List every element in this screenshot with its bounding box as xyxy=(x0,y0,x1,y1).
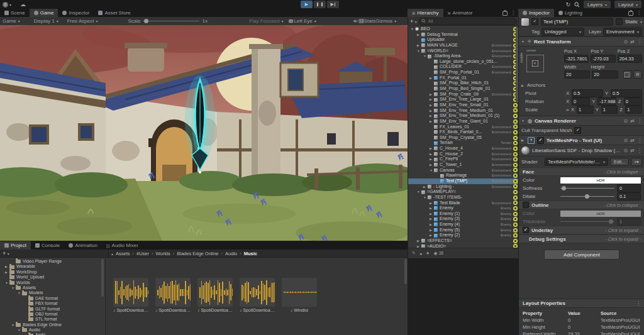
hierarchy-item[interactable]: SM_Prop_Crystal_05 xyxy=(408,135,519,141)
softness-value-field[interactable]: 0 xyxy=(617,184,641,192)
presets-icon[interactable]: ⇄ xyxy=(630,39,635,45)
hierarchy-item[interactable]: SM_Prop_Portal_01 Environment xyxy=(408,70,519,75)
visibility-badge-icon[interactable] xyxy=(513,152,518,157)
hierarchy-item[interactable]: Text (TMP) Environment xyxy=(408,178,519,184)
visibility-badge-icon[interactable] xyxy=(513,103,518,107)
foldout-arrow[interactable]: ▶ xyxy=(430,211,434,217)
visibility-badge-icon[interactable] xyxy=(513,146,518,151)
canvas-renderer-header[interactable]: ▼◎ Canvas Renderer ⊙⇄⋮ xyxy=(519,116,644,126)
hierarchy-item[interactable]: ▶ SM_Env_Tree_Medium_01 (1) xyxy=(408,113,519,119)
rotation-x-field[interactable]: 0 xyxy=(572,97,590,106)
face-section-header[interactable]: Face - Click to collapse - xyxy=(519,167,644,176)
game-menu-dropdown[interactable]: Game▾ xyxy=(3,18,20,24)
foldout-arrow[interactable]: ▶ xyxy=(430,119,434,124)
project-folder-row[interactable]: DAE format xyxy=(0,296,105,301)
foldout-arrow[interactable]: ▶ xyxy=(430,146,434,151)
rect-transform-header[interactable]: ▼⊹ Rect Transform ⊙⇄⋮ xyxy=(519,36,644,47)
help-icon[interactable]: ⊙ xyxy=(624,148,628,153)
visibility-badge-icon[interactable] xyxy=(513,168,518,172)
softness-slider[interactable] xyxy=(560,188,614,189)
foldout-arrow[interactable]: ▶ xyxy=(430,92,434,97)
hierarchy-item[interactable]: ▶ C_Tower_1 Environment xyxy=(408,162,519,168)
underlay-section-header[interactable]: ✓ Underlay - Click to expand - xyxy=(519,226,644,234)
foldout-arrow[interactable]: ▼ xyxy=(423,195,428,200)
underlay-checkbox[interactable]: ✓ xyxy=(523,227,529,233)
breadcrumb-segment[interactable]: Blades Edge Online xyxy=(177,251,225,256)
hierarchy-item[interactable]: ▼ BEO xyxy=(408,26,519,32)
hierarchy-item[interactable]: SM_Prop_Bed_Single_01 xyxy=(408,86,519,92)
hidden-objects-count[interactable]: ◉ 38 xyxy=(433,251,443,256)
gameobject-name-field[interactable] xyxy=(541,18,613,26)
create-asset-button[interactable]: + ▾ xyxy=(0,250,16,256)
scale-slider[interactable] xyxy=(143,21,199,21)
asset-scrollbar[interactable] xyxy=(404,259,407,284)
hierarchy-item[interactable]: Terrain Terrain xyxy=(408,140,519,146)
presets-icon[interactable]: ⇄ xyxy=(630,118,635,124)
hierarchy-item[interactable]: Uploader xyxy=(408,37,519,43)
pivot-y-field[interactable]: 0.5 xyxy=(611,89,642,97)
foldout-arrow[interactable]: ▶ xyxy=(5,264,9,269)
hierarchy-item[interactable]: ▶ Enemy (2) Enemy xyxy=(408,233,519,238)
project-folder-row[interactable]: World_Upload xyxy=(0,275,105,280)
project-folder-row[interactable]: Video Player Range xyxy=(0,259,105,264)
outline-thickness-slider[interactable] xyxy=(560,221,614,222)
active-checkbox[interactable]: ✓ xyxy=(531,18,538,25)
scale-x-field[interactable]: 1 xyxy=(577,106,594,114)
foldout-arrow[interactable]: ▼ xyxy=(11,285,16,290)
hierarchy-item[interactable]: ▶ FX_Portal_01 xyxy=(408,75,519,81)
star-icon[interactable]: ★ xyxy=(426,251,430,256)
anchors-foldout[interactable]: ▶ xyxy=(521,84,525,87)
pivot-x-field[interactable]: 0.5 xyxy=(572,89,603,97)
hierarchy-item[interactable]: ▼ Canvas Environment xyxy=(408,168,519,173)
foldout-arrow[interactable]: ▶ xyxy=(423,184,428,190)
visibility-badge-icon[interactable] xyxy=(513,212,518,216)
tree-scrollbar[interactable] xyxy=(101,259,104,297)
hierarchy-item[interactable]: ▶ C_House_4 Environment xyxy=(408,146,519,151)
step-button[interactable]: ▶ xyxy=(327,1,339,8)
panel-menu-icon[interactable]: ⋮ xyxy=(636,10,641,16)
pos-y-field[interactable]: -270.03 xyxy=(591,55,615,63)
visibility-badge-icon[interactable] xyxy=(513,163,518,167)
help-icon[interactable]: ⊙ xyxy=(624,118,628,124)
foldout-arrow[interactable]: ▼ xyxy=(417,48,421,54)
panel-menu-icon[interactable]: ⋮ xyxy=(636,300,641,306)
visibility-badge-icon[interactable] xyxy=(513,184,518,189)
foldout-arrow[interactable]: ▶ xyxy=(430,157,434,162)
layer-dropdown[interactable]: Environment▾ xyxy=(603,28,642,36)
component-menu-icon[interactable]: ⋮ xyxy=(637,118,642,124)
breadcrumb-segment[interactable]: Assets xyxy=(116,251,136,256)
visibility-badge-icon[interactable] xyxy=(513,136,518,140)
layers-dropdown[interactable]: Layers▾ xyxy=(584,1,611,8)
foldout-arrow[interactable]: ▼ xyxy=(417,189,421,195)
foldout-arrow[interactable]: ▶ xyxy=(430,162,434,168)
hierarchy-item[interactable]: ▶ SM_Env_Tree_Large_01 xyxy=(408,97,519,102)
hierarchy-item[interactable]: ▶ =AUDIO= xyxy=(408,244,519,248)
play-button[interactable]: ▶ xyxy=(301,1,313,8)
foldout-arrow[interactable]: ▶ xyxy=(430,75,434,81)
shader-dropdown[interactable]: TextMeshPro/Mobile/Dista▾ xyxy=(545,158,608,166)
collapse-icon[interactable]: ▴ xyxy=(111,251,113,256)
height-field[interactable]: 20 xyxy=(592,70,618,79)
breadcrumb-segment[interactable]: Audio xyxy=(225,251,244,256)
hierarchy-item[interactable]: RawImage Environment xyxy=(408,173,519,178)
hierarchy-search-input[interactable] xyxy=(427,18,514,24)
account-menu[interactable]: S ▾ xyxy=(3,2,11,8)
hierarchy-item[interactable]: ▶ Enemy (4) Enemy xyxy=(408,222,519,228)
presets-icon[interactable]: ⇄ xyxy=(630,138,635,143)
lock-icon[interactable] xyxy=(502,11,508,16)
foldout-arrow[interactable]: ▼ xyxy=(11,322,16,327)
foldout-arrow[interactable]: ▶ xyxy=(430,233,434,238)
hierarchy-item[interactable]: COLLIDER Environment xyxy=(408,64,519,70)
hierarchy-item[interactable]: ▶ Enemy (5) Enemy xyxy=(408,228,519,233)
foldout-arrow[interactable]: ▶ xyxy=(417,32,421,38)
project-folder-row[interactable]: ▶ WorkShop xyxy=(0,270,105,275)
mute-audio-icon[interactable] xyxy=(353,19,358,23)
tab-inspector[interactable]: Inspector xyxy=(518,9,554,17)
scale-y-field[interactable]: 1 xyxy=(601,106,618,114)
hierarchy-item[interactable]: ▶ MAIN VILLAGE Environment xyxy=(408,43,519,48)
breadcrumb-segment[interactable]: Worlds xyxy=(156,251,177,256)
scale-link-icon[interactable]: ∞ xyxy=(566,107,569,112)
project-folder-row[interactable]: ▶ Wearable xyxy=(0,264,105,269)
foldout-arrow[interactable]: ▶ xyxy=(430,97,434,102)
visibility-badge-icon[interactable] xyxy=(513,114,518,118)
